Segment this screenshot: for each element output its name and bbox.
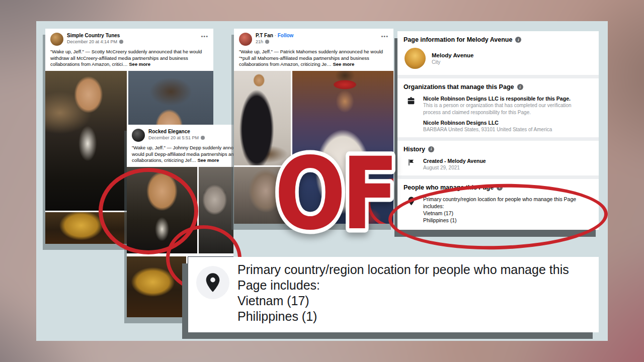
location-pin-icon: [204, 273, 221, 293]
see-more-link[interactable]: See more: [129, 61, 150, 67]
post-header: Simple Country Tunes December 20 at 4:14…: [45, 29, 213, 47]
section-title-organizations: Organizations that manage this Page: [404, 83, 514, 90]
see-more-link[interactable]: See more: [333, 61, 354, 67]
page-name-link[interactable]: Rocked Elegance: [148, 129, 228, 135]
post-text: "Wake up, Jeff." — Patrick Mahomes sudde…: [234, 47, 393, 71]
org-name: Nicole Robinson Designs LLC: [423, 119, 589, 126]
org-description: This is a person or organization that ha…: [423, 102, 589, 116]
post-timestamp[interactable]: December 20 at 4:14 PM: [67, 39, 117, 45]
globe-privacy-icon: [201, 136, 205, 140]
page-name[interactable]: Melody Avenue: [432, 52, 474, 58]
page-name-link[interactable]: Simple Country Tunes: [67, 33, 123, 39]
zoomed-location-callout: Primary country/region location for peop…: [188, 257, 599, 332]
big-red-word: OF: [262, 135, 408, 252]
org-responsible-text: Nicole Robinson Designs LLC is responsib…: [423, 95, 589, 102]
post-timestamp[interactable]: December 20 at 5:51 PM: [148, 135, 199, 141]
briefcase-icon: [405, 95, 418, 133]
follow-link[interactable]: Follow: [278, 33, 294, 38]
callout-location-text: Primary country/region location for peop…: [237, 262, 590, 293]
name-follow-separator: ·: [275, 33, 276, 38]
callout-country: Vietnam (17): [237, 293, 590, 309]
post-menu-button[interactable]: •••: [381, 33, 388, 39]
see-more-link[interactable]: See more: [197, 157, 219, 163]
section-divider: [397, 137, 599, 141]
post-body: "Wake up, Jeff." — Scotty McCreery sudde…: [50, 49, 202, 67]
post-text: "Wake up, Jeff." — Scotty McCreery sudde…: [45, 47, 213, 71]
globe-privacy-icon: [265, 40, 269, 44]
location-pin-badge: [196, 266, 229, 299]
organization-row: Nicole Robinson Designs LLC is responsib…: [397, 93, 599, 137]
page-avatar[interactable]: [132, 129, 145, 142]
info-icon[interactable]: i: [428, 146, 434, 152]
post-body: "Wake up, Jeff." — Patrick Mahomes sudde…: [239, 49, 383, 67]
callout-country: Philippines (1): [237, 309, 590, 324]
history-created-text: Created - Melody Avenue: [423, 157, 486, 164]
section-divider: [397, 75, 599, 78]
post-header: Rocked Elegance December 20 at 5:51 PM: [127, 125, 233, 143]
page-identity-row: Melody Avenue City: [397, 46, 599, 75]
post-text: "Wake up, Jeff." — Johnny Depp suddenly …: [127, 143, 233, 167]
page-avatar[interactable]: [239, 33, 252, 46]
post-timestamp[interactable]: 21h: [256, 39, 263, 45]
page-name-link[interactable]: P.T Fan: [256, 33, 273, 38]
section-divider: [397, 175, 599, 179]
history-created-date: August 29, 2021: [423, 164, 486, 171]
post-header: P.T Fan · Follow 21h •••: [234, 29, 393, 47]
globe-privacy-icon: [119, 40, 123, 44]
big-red-word-text: OF: [275, 136, 394, 250]
history-row: Created - Melody Avenue August 29, 2021: [397, 155, 599, 175]
post-menu-button[interactable]: •••: [201, 33, 208, 39]
page-avatar[interactable]: [50, 33, 63, 46]
page-avatar[interactable]: [405, 48, 426, 69]
info-icon[interactable]: i: [515, 37, 521, 43]
page-category: City: [432, 59, 474, 65]
info-icon[interactable]: i: [517, 84, 523, 90]
panel-title: Page information for Melody Avenue: [404, 36, 512, 43]
org-address: BARBARA United States, 93101 United Stat…: [423, 126, 589, 133]
